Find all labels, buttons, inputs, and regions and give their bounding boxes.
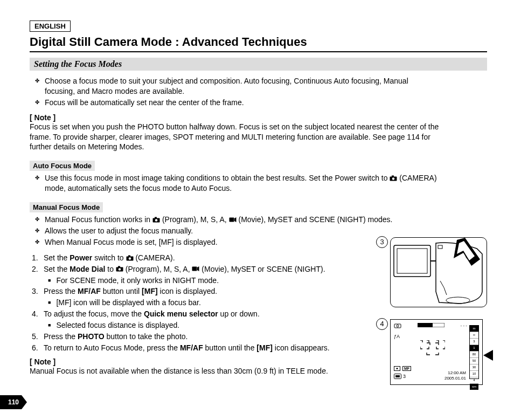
intro-bullets: Choose a focus mode to suit your subject… [35, 76, 439, 108]
text-bold: Quick menu selector [144, 309, 218, 318]
svg-rect-4 [155, 217, 157, 218]
svg-rect-8 [128, 255, 130, 257]
lcd-illustration: - - - ƒA MF 3 12:00 AM 2005.01.01 m [390, 319, 483, 385]
text-fragment: Press the [44, 332, 78, 341]
svg-point-19 [446, 297, 470, 304]
manual-focus-label: Manual Focus Mode [30, 202, 103, 212]
camera-icon [116, 266, 123, 272]
svg-point-9 [128, 257, 131, 260]
text-fragment: up or down. [218, 309, 260, 318]
note-body: Focus is set when you push the PHOTO but… [30, 122, 439, 153]
auto-focus-bullets: Use this focus mode in most image taking… [35, 173, 439, 194]
figure-3: 3 [390, 237, 487, 307]
note-heading: [ Note ] [30, 357, 439, 366]
movie-icon [192, 266, 199, 272]
text-fragment: (Program), M, S, A, [126, 265, 192, 273]
dashes-text: - - - [461, 323, 467, 328]
text-fragment: (CAMERA). [135, 253, 175, 262]
bar-unit: m [470, 326, 478, 332]
svg-point-28 [397, 368, 398, 369]
manual-bullet-text: Manual Focus function works in (Program)… [45, 215, 393, 225]
note-body: Manual Focus is not available when the d… [30, 366, 439, 376]
svg-point-5 [155, 219, 158, 222]
text-fragment: button until [101, 287, 142, 295]
step-item: 2. Set the Mode Dial to (Program), M, S,… [32, 264, 439, 274]
text-fragment: Press the [44, 287, 78, 295]
svg-rect-30 [395, 375, 400, 377]
svg-rect-1 [392, 176, 394, 177]
step-text: Set the Mode Dial to (Program), M, S, A,… [44, 264, 325, 274]
step-item: 1. Set the Power switch to (CAMERA). [32, 253, 439, 263]
mf-badge: MF [402, 366, 411, 371]
svg-point-24 [397, 325, 399, 327]
text-fragment: to [105, 265, 115, 273]
note-heading: [ Note ] [30, 113, 439, 122]
step-text: Set the Power switch to (CAMERA). [44, 253, 175, 263]
text-fragment: To adjust the focus, move the [44, 309, 144, 318]
step-number: 6. [32, 343, 44, 353]
text-bold: [MF] [256, 343, 273, 352]
camera-svg [391, 238, 487, 307]
time-text: 12:00 AM [448, 370, 466, 375]
step-subtext: For SCENE mode, it only works in NIGHT m… [56, 276, 219, 286]
figure-column: 3 4 [390, 237, 487, 397]
text-fragment: (Movie), MySET and SCENE (NIGHT) modes. [238, 215, 392, 224]
manual-bullet-text: When Manual Focus mode is set, [MF] is d… [45, 237, 218, 247]
intro-bullet-text: Choose a focus mode to suit your subject… [45, 76, 439, 97]
camera-illustration [390, 237, 487, 307]
bar-val: 10 [470, 371, 478, 377]
bar-val: 1 [470, 345, 478, 352]
step-item: 6. To return to Auto Focus Mode, press t… [32, 343, 439, 353]
svg-rect-11 [118, 266, 120, 268]
svg-rect-15 [397, 249, 427, 273]
step-subtext: Selected focus distance is displayed. [56, 320, 179, 331]
bar-val: 4 [470, 377, 478, 384]
step-sublist: [MF] icon will be displayed with a focus… [48, 298, 439, 308]
step-item: 5. Press the PHOTO button to take the ph… [32, 332, 439, 342]
focus-distance-bar: m ∞ 3 1 80 50 30 10 4 cm [469, 325, 479, 379]
bar-val: 80 [470, 352, 478, 358]
step-number: 3. [32, 286, 44, 297]
camera-icon [126, 255, 134, 261]
bar-val: 3 [470, 339, 478, 345]
step-number: 2. [32, 264, 44, 274]
step-text: To adjust the focus, move the Quick menu… [44, 309, 260, 319]
card-icon [394, 374, 401, 380]
text-fragment: button to take the photo. [105, 332, 188, 341]
step-number: 5. [32, 332, 44, 342]
metering-icon [394, 366, 400, 372]
text-bold: MF/AF [180, 343, 203, 352]
svg-rect-14 [394, 245, 430, 277]
camera-icon [152, 217, 160, 223]
intro-bullet-text: Focus will be automatically set near the… [45, 98, 244, 108]
svg-rect-6 [229, 217, 234, 222]
svg-point-2 [392, 177, 395, 180]
count-text: 3 [403, 374, 406, 379]
step-number: 4. [32, 309, 44, 319]
svg-rect-26 [418, 323, 433, 327]
text-fragment: To return to Auto Focus Mode, press the [44, 343, 180, 352]
text-bold: [MF] [142, 287, 158, 295]
text-fragment: Manual Focus function works in [45, 215, 152, 224]
focus-brackets-icon [420, 340, 445, 359]
flash-icon: ƒA [394, 334, 400, 339]
manual-bullet-text: Allows the user to adjust the focus manu… [45, 226, 193, 236]
text-fragment: (Program), M, S, A, [162, 215, 229, 224]
step-text: Press the PHOTO button to take the photo… [44, 332, 187, 342]
step-item: 4. To adjust the focus, move the Quick m… [32, 309, 439, 319]
bar-val: 30 [470, 364, 478, 371]
auto-focus-label: Auto Focus Mode [30, 161, 95, 171]
step-sublist: For SCENE mode, it only works in NIGHT m… [48, 276, 439, 286]
text-fragment: icon disappears. [273, 343, 330, 352]
step-item: 3. Press the MF/AF button until [MF] ico… [32, 286, 439, 297]
section-subtitle: Setting the Focus Modes [30, 58, 487, 71]
text-bold: PHOTO [78, 332, 105, 341]
page-number: 110 [0, 395, 27, 409]
bar-val: 50 [470, 358, 478, 364]
step-text: Press the MF/AF button until [MF] icon i… [44, 286, 217, 297]
step-subtext: [MF] icon will be displayed with a focus… [56, 298, 200, 308]
text-fragment: button until the [203, 343, 257, 352]
bar-unit: cm [470, 384, 478, 390]
camera-mode-icon [394, 323, 401, 329]
language-badge: ENGLISH [30, 20, 71, 32]
